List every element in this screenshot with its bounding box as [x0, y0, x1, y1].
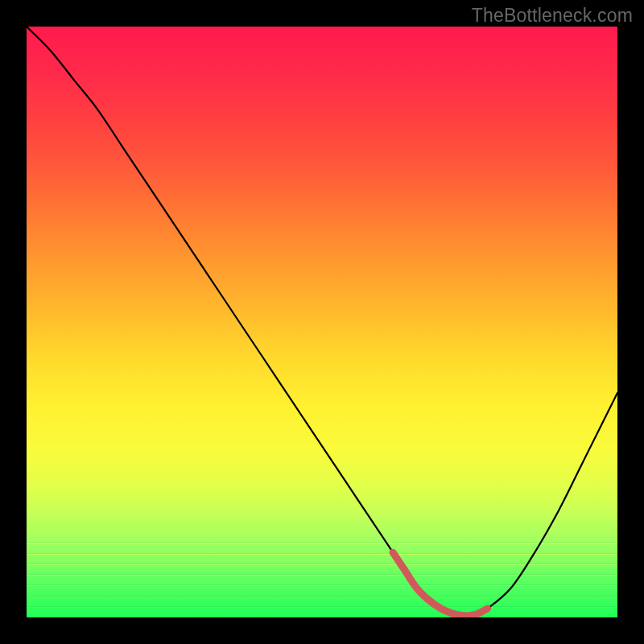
curve-svg [27, 27, 617, 617]
valley-highlight [393, 552, 487, 616]
plot-area [27, 27, 617, 617]
chart-frame: TheBottleneck.com [0, 0, 644, 644]
watermark-text: TheBottleneck.com [472, 5, 633, 27]
bottleneck-curve [27, 27, 617, 616]
